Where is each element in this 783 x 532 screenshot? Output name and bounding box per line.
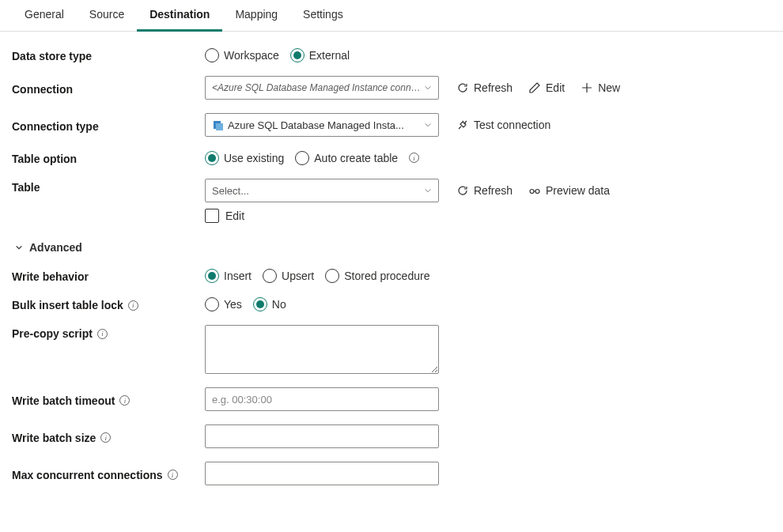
svg-point-3	[535, 190, 539, 194]
database-icon	[212, 119, 225, 131]
connection-type-value: Azure SQL Database Managed Insta...	[228, 119, 404, 131]
radio-lock-no[interactable]: No	[253, 297, 286, 311]
radio-auto-create-label: Auto create table	[314, 152, 398, 164]
refresh-icon	[456, 81, 469, 94]
table-edit-label: Edit	[225, 209, 244, 222]
table-edit-checkbox[interactable]: Edit	[205, 209, 610, 223]
radio-external-label: External	[309, 49, 350, 62]
info-icon: i	[168, 470, 178, 480]
radio-use-existing-label: Use existing	[224, 152, 284, 164]
connection-new-button[interactable]: New	[581, 81, 620, 94]
radio-workspace-label: Workspace	[224, 49, 279, 62]
info-icon: i	[128, 300, 138, 311]
tab-destination[interactable]: Destination	[137, 0, 222, 32]
chevron-down-icon	[424, 121, 432, 129]
svg-point-2	[530, 190, 534, 194]
radio-auto-create[interactable]: Auto create table	[295, 151, 398, 165]
label-bulk-insert-lock: Bulk insert table lock i	[12, 296, 205, 311]
radio-stored-procedure[interactable]: Stored procedure	[325, 269, 429, 283]
tab-mapping[interactable]: Mapping	[222, 0, 290, 32]
label-write-behavior: Write behavior	[12, 268, 205, 283]
pre-copy-script-input[interactable]	[205, 325, 439, 374]
tab-general[interactable]: General	[12, 0, 77, 32]
radio-use-existing[interactable]: Use existing	[205, 151, 284, 165]
write-batch-timeout-input[interactable]	[205, 387, 439, 411]
connection-type-select[interactable]: Azure SQL Database Managed Insta...	[205, 113, 439, 137]
chevron-down-icon	[15, 243, 23, 251]
advanced-label: Advanced	[29, 241, 82, 254]
radio-insert[interactable]: Insert	[205, 269, 252, 283]
write-batch-size-input[interactable]	[205, 424, 439, 448]
connection-edit-button[interactable]: Edit	[528, 81, 565, 94]
refresh-icon	[456, 184, 469, 197]
chevron-down-icon	[424, 84, 432, 92]
label-write-batch-size: Write batch size i	[12, 429, 205, 444]
plug-icon	[456, 119, 469, 131]
table-select[interactable]: Select...	[205, 179, 439, 202]
connection-refresh-button[interactable]: Refresh	[456, 81, 513, 94]
label-write-batch-timeout: Write batch timeout i	[12, 392, 205, 407]
table-refresh-button[interactable]: Refresh	[456, 184, 513, 197]
advanced-toggle[interactable]: Advanced	[15, 241, 82, 254]
svg-rect-1	[216, 123, 223, 130]
label-max-concurrent-connections: Max concurrent connections i	[12, 466, 205, 481]
max-concurrent-connections-input[interactable]	[205, 462, 439, 485]
preview-data-button[interactable]: Preview data	[528, 184, 610, 197]
label-table-option: Table option	[12, 150, 205, 165]
info-icon: i	[97, 329, 108, 339]
test-connection-button[interactable]: Test connection	[456, 119, 550, 131]
connection-value: <Azure SQL Database Managed Instance con…	[212, 82, 424, 93]
connection-select[interactable]: <Azure SQL Database Managed Instance con…	[205, 76, 439, 100]
tab-bar: General Source Destination Mapping Setti…	[0, 0, 783, 32]
tab-source[interactable]: Source	[77, 0, 137, 32]
radio-external[interactable]: External	[290, 48, 350, 62]
label-pre-copy-script: Pre-copy script i	[12, 325, 205, 340]
radio-upsert[interactable]: Upsert	[263, 269, 314, 283]
plus-icon	[581, 81, 593, 94]
radio-workspace[interactable]: Workspace	[205, 48, 279, 62]
label-connection-type: Connection type	[12, 118, 205, 133]
label-connection: Connection	[12, 81, 205, 96]
tab-settings[interactable]: Settings	[290, 0, 356, 32]
label-table: Table	[12, 179, 205, 194]
table-placeholder: Select...	[212, 185, 249, 197]
chevron-down-icon	[424, 187, 432, 194]
info-icon: i	[100, 432, 111, 443]
pencil-icon	[528, 81, 541, 94]
radio-lock-yes[interactable]: Yes	[205, 297, 242, 311]
glasses-icon	[528, 184, 541, 197]
label-data-store-type: Data store type	[12, 47, 205, 62]
info-icon: i	[119, 395, 130, 406]
info-icon: i	[409, 153, 419, 163]
